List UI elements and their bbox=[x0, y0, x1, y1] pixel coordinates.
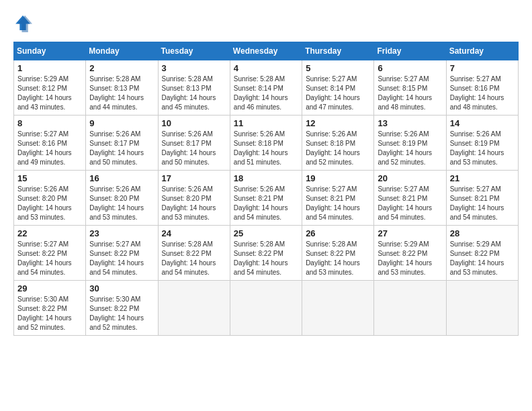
col-header-saturday: Saturday bbox=[446, 42, 518, 60]
calendar-cell: 14Sunrise: 5:26 AMSunset: 8:19 PMDayligh… bbox=[446, 116, 518, 171]
day-number: 29 bbox=[17, 283, 82, 293]
day-detail: Sunrise: 5:26 AMSunset: 8:17 PMDaylight:… bbox=[89, 130, 154, 167]
col-header-sunday: Sunday bbox=[14, 42, 86, 60]
day-detail: Sunrise: 5:27 AMSunset: 8:16 PMDaylight:… bbox=[17, 130, 82, 167]
day-detail: Sunrise: 5:28 AMSunset: 8:13 PMDaylight:… bbox=[89, 75, 154, 112]
day-detail: Sunrise: 5:27 AMSunset: 8:22 PMDaylight:… bbox=[17, 240, 82, 277]
calendar-cell bbox=[158, 281, 230, 336]
calendar-cell: 28Sunrise: 5:29 AMSunset: 8:22 PMDayligh… bbox=[446, 226, 518, 281]
day-number: 15 bbox=[17, 173, 82, 183]
logo bbox=[13, 13, 35, 32]
calendar-week-row: 22Sunrise: 5:27 AMSunset: 8:22 PMDayligh… bbox=[14, 226, 519, 281]
calendar-cell bbox=[374, 281, 446, 336]
day-number: 22 bbox=[17, 228, 82, 238]
calendar-cell: 29Sunrise: 5:30 AMSunset: 8:22 PMDayligh… bbox=[14, 281, 86, 336]
day-number: 8 bbox=[17, 118, 82, 128]
calendar-table: SundayMondayTuesdayWednesdayThursdayFrid… bbox=[13, 42, 519, 336]
day-detail: Sunrise: 5:26 AMSunset: 8:19 PMDaylight:… bbox=[450, 130, 515, 167]
day-number: 12 bbox=[306, 118, 370, 128]
day-detail: Sunrise: 5:27 AMSunset: 8:14 PMDaylight:… bbox=[306, 75, 370, 112]
header bbox=[13, 13, 519, 32]
day-detail: Sunrise: 5:27 AMSunset: 8:15 PMDaylight:… bbox=[378, 75, 442, 112]
day-number: 2 bbox=[89, 63, 154, 73]
day-detail: Sunrise: 5:27 AMSunset: 8:22 PMDaylight:… bbox=[89, 240, 154, 277]
day-detail: Sunrise: 5:28 AMSunset: 8:14 PMDaylight:… bbox=[234, 75, 298, 112]
calendar-cell: 30Sunrise: 5:30 AMSunset: 8:22 PMDayligh… bbox=[86, 281, 158, 336]
day-detail: Sunrise: 5:26 AMSunset: 8:20 PMDaylight:… bbox=[89, 185, 154, 222]
logo-icon bbox=[13, 13, 32, 32]
day-number: 21 bbox=[450, 173, 515, 183]
calendar-cell: 8Sunrise: 5:27 AMSunset: 8:16 PMDaylight… bbox=[14, 116, 86, 171]
day-number: 3 bbox=[162, 63, 226, 73]
calendar-cell: 1Sunrise: 5:29 AMSunset: 8:12 PMDaylight… bbox=[14, 60, 86, 116]
day-detail: Sunrise: 5:30 AMSunset: 8:22 PMDaylight:… bbox=[89, 295, 154, 332]
day-number: 27 bbox=[378, 228, 442, 238]
calendar-cell: 3Sunrise: 5:28 AMSunset: 8:13 PMDaylight… bbox=[158, 60, 230, 116]
calendar-cell: 2Sunrise: 5:28 AMSunset: 8:13 PMDaylight… bbox=[86, 60, 158, 116]
day-number: 11 bbox=[234, 118, 298, 128]
day-number: 26 bbox=[306, 228, 370, 238]
day-detail: Sunrise: 5:27 AMSunset: 8:21 PMDaylight:… bbox=[450, 185, 515, 222]
calendar-cell: 6Sunrise: 5:27 AMSunset: 8:15 PMDaylight… bbox=[374, 60, 446, 116]
calendar-week-row: 8Sunrise: 5:27 AMSunset: 8:16 PMDaylight… bbox=[14, 116, 519, 171]
day-detail: Sunrise: 5:27 AMSunset: 8:21 PMDaylight:… bbox=[378, 185, 442, 222]
day-detail: Sunrise: 5:29 AMSunset: 8:12 PMDaylight:… bbox=[17, 75, 82, 112]
day-detail: Sunrise: 5:27 AMSunset: 8:21 PMDaylight:… bbox=[306, 185, 370, 222]
col-header-thursday: Thursday bbox=[302, 42, 374, 60]
day-number: 17 bbox=[162, 173, 226, 183]
calendar-cell: 18Sunrise: 5:26 AMSunset: 8:21 PMDayligh… bbox=[230, 171, 302, 226]
calendar-cell: 4Sunrise: 5:28 AMSunset: 8:14 PMDaylight… bbox=[230, 60, 302, 116]
day-detail: Sunrise: 5:28 AMSunset: 8:22 PMDaylight:… bbox=[162, 240, 226, 277]
col-header-friday: Friday bbox=[374, 42, 446, 60]
day-number: 16 bbox=[89, 173, 154, 183]
day-detail: Sunrise: 5:28 AMSunset: 8:13 PMDaylight:… bbox=[162, 75, 226, 112]
day-number: 4 bbox=[234, 63, 298, 73]
day-number: 30 bbox=[89, 283, 154, 293]
calendar-cell: 26Sunrise: 5:28 AMSunset: 8:22 PMDayligh… bbox=[302, 226, 374, 281]
calendar-cell: 21Sunrise: 5:27 AMSunset: 8:21 PMDayligh… bbox=[446, 171, 518, 226]
calendar-cell: 20Sunrise: 5:27 AMSunset: 8:21 PMDayligh… bbox=[374, 171, 446, 226]
day-number: 24 bbox=[162, 228, 226, 238]
calendar-cell: 24Sunrise: 5:28 AMSunset: 8:22 PMDayligh… bbox=[158, 226, 230, 281]
calendar-cell: 22Sunrise: 5:27 AMSunset: 8:22 PMDayligh… bbox=[14, 226, 86, 281]
calendar-cell: 10Sunrise: 5:26 AMSunset: 8:17 PMDayligh… bbox=[158, 116, 230, 171]
calendar-cell: 13Sunrise: 5:26 AMSunset: 8:19 PMDayligh… bbox=[374, 116, 446, 171]
calendar-cell bbox=[230, 281, 302, 336]
calendar-cell bbox=[446, 281, 518, 336]
day-detail: Sunrise: 5:29 AMSunset: 8:22 PMDaylight:… bbox=[378, 240, 442, 277]
day-number: 14 bbox=[450, 118, 515, 128]
day-number: 1 bbox=[17, 63, 82, 73]
day-detail: Sunrise: 5:26 AMSunset: 8:18 PMDaylight:… bbox=[234, 130, 298, 167]
day-detail: Sunrise: 5:26 AMSunset: 8:17 PMDaylight:… bbox=[162, 130, 226, 167]
day-detail: Sunrise: 5:28 AMSunset: 8:22 PMDaylight:… bbox=[234, 240, 298, 277]
calendar-cell: 19Sunrise: 5:27 AMSunset: 8:21 PMDayligh… bbox=[302, 171, 374, 226]
day-number: 20 bbox=[378, 173, 442, 183]
calendar-cell: 5Sunrise: 5:27 AMSunset: 8:14 PMDaylight… bbox=[302, 60, 374, 116]
day-number: 19 bbox=[306, 173, 370, 183]
day-detail: Sunrise: 5:26 AMSunset: 8:21 PMDaylight:… bbox=[234, 185, 298, 222]
day-detail: Sunrise: 5:26 AMSunset: 8:19 PMDaylight:… bbox=[378, 130, 442, 167]
day-detail: Sunrise: 5:28 AMSunset: 8:22 PMDaylight:… bbox=[306, 240, 370, 277]
calendar-cell: 23Sunrise: 5:27 AMSunset: 8:22 PMDayligh… bbox=[86, 226, 158, 281]
day-detail: Sunrise: 5:26 AMSunset: 8:20 PMDaylight:… bbox=[162, 185, 226, 222]
calendar-header-row: SundayMondayTuesdayWednesdayThursdayFrid… bbox=[14, 42, 519, 60]
day-number: 5 bbox=[306, 63, 370, 73]
day-detail: Sunrise: 5:27 AMSunset: 8:16 PMDaylight:… bbox=[450, 75, 515, 112]
day-number: 7 bbox=[450, 63, 515, 73]
day-number: 6 bbox=[378, 63, 442, 73]
day-detail: Sunrise: 5:29 AMSunset: 8:22 PMDaylight:… bbox=[450, 240, 515, 277]
calendar-cell: 15Sunrise: 5:26 AMSunset: 8:20 PMDayligh… bbox=[14, 171, 86, 226]
day-number: 25 bbox=[234, 228, 298, 238]
calendar-week-row: 1Sunrise: 5:29 AMSunset: 8:12 PMDaylight… bbox=[14, 60, 519, 116]
col-header-wednesday: Wednesday bbox=[230, 42, 302, 60]
calendar-cell bbox=[302, 281, 374, 336]
calendar-cell: 16Sunrise: 5:26 AMSunset: 8:20 PMDayligh… bbox=[86, 171, 158, 226]
day-number: 13 bbox=[378, 118, 442, 128]
day-number: 9 bbox=[89, 118, 154, 128]
col-header-tuesday: Tuesday bbox=[158, 42, 230, 60]
calendar-cell: 17Sunrise: 5:26 AMSunset: 8:20 PMDayligh… bbox=[158, 171, 230, 226]
day-number: 10 bbox=[162, 118, 226, 128]
calendar-cell: 27Sunrise: 5:29 AMSunset: 8:22 PMDayligh… bbox=[374, 226, 446, 281]
calendar-cell: 7Sunrise: 5:27 AMSunset: 8:16 PMDaylight… bbox=[446, 60, 518, 116]
calendar-week-row: 15Sunrise: 5:26 AMSunset: 8:20 PMDayligh… bbox=[14, 171, 519, 226]
